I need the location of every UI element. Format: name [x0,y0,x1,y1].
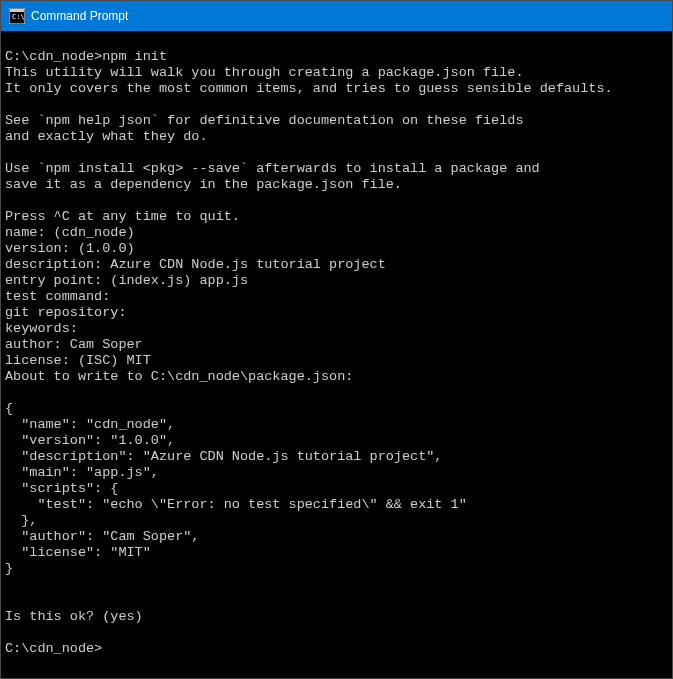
terminal-line: description: Azure CDN Node.js tutorial … [5,257,668,273]
terminal-line [5,577,668,593]
terminal-line: keywords: [5,321,668,337]
terminal-line: author: Cam Soper [5,337,668,353]
terminal-line: About to write to C:\cdn_node\package.js… [5,369,668,385]
terminal-line: C:\cdn_node>npm init [5,49,668,65]
terminal-line: Is this ok? (yes) [5,609,668,625]
terminal-line [5,625,668,641]
terminal-line: Use `npm install <pkg> --save` afterward… [5,161,668,177]
terminal-line: save it as a dependency in the package.j… [5,177,668,193]
terminal-line: }, [5,513,668,529]
terminal-line [5,33,668,49]
terminal-line: "version": "1.0.0", [5,433,668,449]
terminal-line [5,385,668,401]
terminal-line: { [5,401,668,417]
terminal-line: name: (cdn_node) [5,225,668,241]
terminal-line: "license": "MIT" [5,545,668,561]
titlebar[interactable]: C:\ Command Prompt [1,1,672,31]
terminal-line: "main": "app.js", [5,465,668,481]
terminal-line: "test": "echo \"Error: no test specified… [5,497,668,513]
terminal-line: "author": "Cam Soper", [5,529,668,545]
terminal-line [5,145,668,161]
terminal-line [5,193,668,209]
terminal-line: "description": "Azure CDN Node.js tutori… [5,449,668,465]
terminal-line: It only covers the most common items, an… [5,81,668,97]
terminal-line: Press ^C at any time to quit. [5,209,668,225]
terminal-line: C:\cdn_node> [5,641,668,657]
terminal-line [5,593,668,609]
terminal-line: "scripts": { [5,481,668,497]
window-title: Command Prompt [31,9,128,23]
terminal-line: This utility will walk you through creat… [5,65,668,81]
terminal-output[interactable]: C:\cdn_node>npm initThis utility will wa… [1,31,672,678]
terminal-line: git repository: [5,305,668,321]
terminal-line: and exactly what they do. [5,129,668,145]
terminal-line: entry point: (index.js) app.js [5,273,668,289]
terminal-line: } [5,561,668,577]
svg-rect-1 [10,9,24,12]
terminal-line: "name": "cdn_node", [5,417,668,433]
terminal-line: test command: [5,289,668,305]
svg-text:C:\: C:\ [12,13,25,21]
terminal-line: See `npm help json` for definitive docum… [5,113,668,129]
terminal-line: license: (ISC) MIT [5,353,668,369]
terminal-line [5,97,668,113]
command-prompt-icon: C:\ [9,8,25,24]
command-prompt-window: C:\ Command Prompt C:\cdn_node>npm initT… [0,0,673,679]
terminal-line: version: (1.0.0) [5,241,668,257]
